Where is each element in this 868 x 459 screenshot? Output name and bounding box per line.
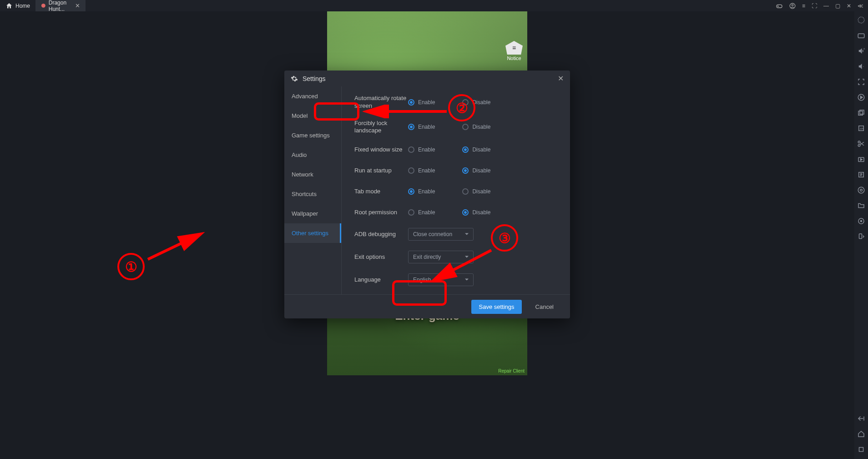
tool-scissors-icon[interactable] bbox=[857, 140, 865, 148]
radio-enable[interactable]: Enable bbox=[408, 146, 435, 153]
sidebar-item-network[interactable]: Network bbox=[284, 165, 341, 184]
radio-enable[interactable]: Enable bbox=[408, 188, 435, 195]
annotation-circle-1: ① bbox=[117, 253, 145, 280]
language-dropdown[interactable]: English bbox=[408, 273, 474, 286]
cancel-button[interactable]: Cancel bbox=[528, 300, 561, 314]
radio-disable[interactable]: Disable bbox=[462, 99, 490, 106]
tool-rotate-icon[interactable] bbox=[857, 232, 865, 241]
sidebar-item-wallpaper[interactable]: Wallpaper bbox=[284, 204, 341, 223]
svg-point-0 bbox=[41, 4, 45, 8]
tool-home-icon[interactable] bbox=[857, 430, 865, 438]
setting-label: Fixed window size bbox=[354, 146, 408, 153]
setting-label: Tab mode bbox=[354, 188, 408, 195]
modal-footer: Save settings Cancel bbox=[284, 294, 570, 318]
gamepad-icon[interactable] bbox=[776, 2, 783, 10]
radio-disable[interactable]: Disable bbox=[462, 124, 490, 130]
sidebar-item-audio[interactable]: Audio bbox=[284, 145, 341, 165]
collapse-icon[interactable]: ≪ bbox=[858, 3, 863, 9]
gear-icon bbox=[291, 75, 298, 82]
maximize-icon[interactable]: ▢ bbox=[835, 3, 840, 9]
tool-settings-icon[interactable] bbox=[857, 16, 865, 24]
game-app-icon bbox=[41, 2, 46, 10]
tab-strip: Home Dragon Hunt... ✕ bbox=[0, 0, 86, 11]
svg-rect-23 bbox=[859, 234, 862, 239]
tool-recents-icon[interactable] bbox=[857, 445, 865, 454]
setting-fixed-window: Fixed window size Enable Disable bbox=[354, 144, 557, 155]
svg-point-15 bbox=[858, 141, 860, 143]
notice-badge[interactable]: Notice bbox=[505, 41, 523, 61]
sidebar-item-model[interactable]: Model bbox=[284, 106, 341, 126]
radio-enable[interactable]: Enable bbox=[408, 99, 435, 106]
menu-icon[interactable]: ≡ bbox=[802, 3, 805, 9]
setting-language: Language English bbox=[354, 273, 557, 286]
radio-disable[interactable]: Disable bbox=[462, 209, 490, 216]
setting-adb: ADB debugging Close connetion bbox=[354, 228, 557, 241]
radio-enable[interactable]: Enable bbox=[408, 167, 435, 174]
svg-text:+: + bbox=[863, 47, 866, 51]
tool-keyboard-icon[interactable] bbox=[857, 31, 865, 40]
tool-operation-record-icon[interactable] bbox=[857, 171, 865, 179]
tool-folder-icon[interactable] bbox=[857, 202, 865, 210]
svg-rect-11 bbox=[858, 111, 863, 115]
tab-game[interactable]: Dragon Hunt... ✕ bbox=[35, 0, 86, 11]
sidebar-item-shortcuts[interactable]: Shortcuts bbox=[284, 184, 341, 204]
setting-force-lock: Forcibly lock landscape Enable Disable bbox=[354, 120, 557, 135]
settings-modal: Settings ✕ Advanced Model Game settings … bbox=[284, 71, 570, 318]
svg-point-16 bbox=[858, 145, 860, 147]
notice-label: Notice bbox=[507, 55, 521, 61]
tool-screenshot-icon[interactable] bbox=[857, 186, 865, 194]
setting-label: Language bbox=[354, 276, 408, 283]
expand-icon[interactable]: ⛶ bbox=[812, 3, 817, 9]
svg-point-6 bbox=[858, 17, 864, 23]
setting-auto-rotate: Automatically rotate screen Enable Disab… bbox=[354, 95, 557, 110]
svg-rect-1 bbox=[777, 5, 782, 8]
right-toolbar: + - APK bbox=[854, 11, 868, 459]
adb-dropdown[interactable]: Close connetion bbox=[408, 228, 474, 241]
setting-tab-mode: Tab mode Enable Disable bbox=[354, 186, 557, 197]
svg-rect-24 bbox=[859, 448, 863, 452]
tool-multi-instance-icon[interactable] bbox=[857, 109, 865, 117]
radio-enable[interactable]: Enable bbox=[408, 124, 435, 130]
tool-volume-up-icon[interactable]: + bbox=[857, 47, 865, 55]
svg-rect-7 bbox=[858, 34, 864, 38]
tool-apk-icon[interactable]: APK bbox=[857, 124, 865, 132]
tab-close-icon[interactable]: ✕ bbox=[75, 2, 80, 9]
minimize-icon[interactable]: — bbox=[823, 3, 829, 9]
tool-sync-icon[interactable] bbox=[857, 93, 865, 101]
sidebar-item-game-settings[interactable]: Game settings bbox=[284, 126, 341, 145]
home-icon bbox=[5, 2, 13, 10]
sidebar-item-other-settings[interactable]: Other settings bbox=[284, 223, 341, 243]
setting-label: Exit options bbox=[354, 253, 408, 261]
exit-dropdown[interactable]: Exit directly bbox=[408, 251, 474, 263]
tool-fullscreen-icon[interactable] bbox=[857, 78, 865, 86]
svg-rect-12 bbox=[860, 110, 864, 114]
modal-title: Settings bbox=[303, 75, 326, 82]
window-controls: ≡ ⛶ — ▢ ✕ ≪ bbox=[776, 2, 868, 10]
setting-label: Automatically rotate screen bbox=[354, 95, 408, 110]
setting-label: Forcibly lock landscape bbox=[354, 120, 408, 135]
radio-enable[interactable]: Enable bbox=[408, 209, 435, 216]
user-icon[interactable] bbox=[789, 3, 796, 9]
svg-point-20 bbox=[860, 189, 863, 192]
setting-label: ADB debugging bbox=[354, 231, 408, 238]
svg-text:-: - bbox=[863, 64, 864, 68]
repair-client-link[interactable]: Repair Client bbox=[498, 368, 525, 373]
tool-record-icon[interactable] bbox=[857, 155, 865, 163]
radio-disable[interactable]: Disable bbox=[462, 167, 490, 174]
tab-home[interactable]: Home bbox=[0, 0, 35, 11]
tool-location-icon[interactable] bbox=[857, 217, 865, 225]
radio-disable[interactable]: Disable bbox=[462, 188, 490, 195]
notice-icon bbox=[505, 41, 523, 55]
svg-line-26 bbox=[148, 234, 200, 259]
tool-volume-down-icon[interactable]: - bbox=[857, 62, 865, 71]
save-button[interactable]: Save settings bbox=[471, 300, 521, 314]
tab-home-label: Home bbox=[15, 3, 30, 9]
modal-close-icon[interactable]: ✕ bbox=[558, 74, 564, 83]
tool-back-icon[interactable] bbox=[857, 414, 865, 423]
sidebar-item-advanced[interactable]: Advanced bbox=[284, 86, 341, 106]
radio-disable[interactable]: Disable bbox=[462, 146, 490, 153]
svg-point-22 bbox=[861, 221, 862, 222]
modal-panel: Automatically rotate screen Enable Disab… bbox=[342, 86, 570, 294]
close-icon[interactable]: ✕ bbox=[847, 3, 851, 9]
tab-game-label: Dragon Hunt... bbox=[49, 0, 72, 12]
